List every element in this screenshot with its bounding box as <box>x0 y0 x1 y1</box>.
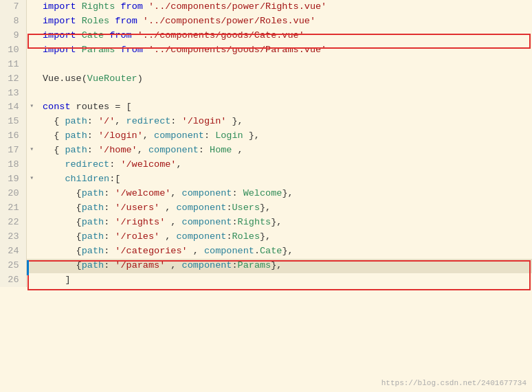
token-plain: { <box>54 116 65 126</box>
token-cls: Rights <box>82 1 115 12</box>
token-cls: Rights <box>238 217 271 227</box>
fold-arrow <box>26 58 37 72</box>
token-str: '/login' <box>182 116 227 126</box>
token-str: '/home' <box>98 145 137 155</box>
token-prop: component <box>176 231 226 242</box>
blue-indicator <box>27 260 29 275</box>
code-line-14: 14▾const routes = [ <box>0 100 532 115</box>
token-plain: , <box>232 145 243 155</box>
token-plain: }, <box>282 246 293 256</box>
token-prop: path <box>82 246 104 256</box>
line-content: Vue.use(VueRouter) <box>37 72 532 87</box>
token-kw: from <box>104 30 137 41</box>
token-plain: : <box>87 130 98 141</box>
token-plain: : <box>87 116 98 126</box>
token-plain: :[ <box>109 174 120 184</box>
line-number: 8 <box>0 14 26 29</box>
line-number: 19 <box>0 172 26 187</box>
line-number: 20 <box>0 187 26 201</box>
token-cls: Users <box>232 203 260 213</box>
line-number: 13 <box>0 87 26 101</box>
line-content <box>37 58 532 72</box>
token-cls: Welcome <box>243 188 282 198</box>
line-content: {path: '/categories' , component.Cate}, <box>37 244 532 259</box>
token-kw: import <box>43 45 82 55</box>
token-prop: path <box>65 130 87 141</box>
line-content: {path: '/welcome', component: Welcome}, <box>37 187 532 201</box>
fold-arrow <box>26 43 37 58</box>
fold-arrow <box>26 158 37 172</box>
token-plain: }, <box>271 260 282 270</box>
token-plain: routes = [ <box>76 102 132 112</box>
code-table: 7import Rights from '../components/power… <box>0 0 532 287</box>
token-plain: : <box>104 188 115 198</box>
line-content: import Roles from '../components/power/R… <box>37 14 532 29</box>
token-plain: Vue.use( <box>43 73 87 84</box>
token-prop: path <box>82 260 104 270</box>
token-str: '/login' <box>98 130 143 141</box>
code-line-21: 21 {path: '/users' , component:Users}, <box>0 201 532 216</box>
token-kw: const <box>43 102 76 112</box>
line-content: import Rights from '../components/power/… <box>37 0 532 14</box>
line-number: 23 <box>0 230 26 244</box>
code-line-15: 15 { path: '/', redirect: '/login' }, <box>0 115 532 129</box>
fold-arrow <box>26 201 37 216</box>
token-plain: : <box>232 188 243 198</box>
line-number: 16 <box>0 129 26 143</box>
token-kw: import <box>43 30 82 41</box>
code-line-9: 9import Cate from '../components/goods/C… <box>0 29 532 43</box>
token-plain: , <box>143 130 154 141</box>
line-number: 26 <box>0 273 26 288</box>
code-line-10: 10import Params from '../components/good… <box>0 43 532 58</box>
token-str: '/' <box>98 116 115 126</box>
fold-arrow[interactable]: ▾ <box>26 100 37 115</box>
token-str: '../components/goods/Params.vue' <box>148 45 326 55</box>
token-plain: { <box>76 260 82 270</box>
token-plain: }, <box>282 188 293 198</box>
token-plain: }, <box>226 116 243 126</box>
fold-arrow <box>26 87 37 101</box>
token-kw: from <box>115 45 148 55</box>
token-plain: : <box>104 246 115 256</box>
token-cls: Login <box>215 130 243 141</box>
line-number: 21 <box>0 201 26 216</box>
fold-arrow <box>26 187 37 201</box>
token-prop: component <box>176 203 226 213</box>
token-cls: Params <box>238 260 271 270</box>
line-content: ] <box>37 273 532 288</box>
line-number: 18 <box>0 158 26 172</box>
fold-arrow <box>26 72 37 87</box>
fold-arrow[interactable]: ▾ <box>26 172 37 187</box>
token-plain: , <box>176 159 181 170</box>
token-plain: : <box>104 231 115 242</box>
token-plain: { <box>76 203 82 213</box>
fold-arrow[interactable]: ▾ <box>26 143 37 158</box>
token-plain: : <box>87 145 98 155</box>
token-cls: Cate <box>260 246 282 256</box>
fold-arrow <box>26 216 37 230</box>
token-plain: : <box>104 260 115 270</box>
code-line-22: 22 {path: '/rights' , component:Rights}, <box>0 216 532 230</box>
token-plain: { <box>76 217 82 227</box>
token-prop: path <box>82 217 104 227</box>
line-number: 22 <box>0 216 26 230</box>
token-prop: component <box>182 188 232 198</box>
token-str: '../components/power/Rights.vue' <box>148 1 326 12</box>
token-prop: component <box>182 260 232 270</box>
token-plain: : <box>104 203 115 213</box>
token-plain: : <box>232 217 237 227</box>
line-number: 10 <box>0 43 26 58</box>
token-plain: ] <box>65 275 70 285</box>
token-str: '/categories' <box>115 246 187 256</box>
code-line-23: 23 {path: '/roles' , component:Roles}, <box>0 230 532 244</box>
token-plain: }, <box>271 217 282 227</box>
line-content: children:[ <box>37 172 532 187</box>
token-plain: . <box>254 246 260 256</box>
token-plain: ) <box>137 73 143 84</box>
token-plain: , <box>165 217 181 227</box>
token-prop: component <box>182 217 232 227</box>
token-plain: : <box>204 130 215 141</box>
token-prop: redirect <box>126 116 171 126</box>
code-line-7: 7import Rights from '../components/power… <box>0 0 532 14</box>
token-prop: path <box>65 116 87 126</box>
